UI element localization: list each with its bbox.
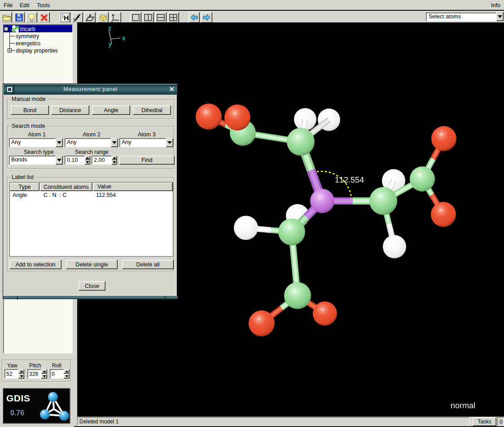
svg-text:x: x: [122, 35, 125, 42]
svg-text:y: y: [109, 40, 112, 48]
svg-text:H: H: [64, 14, 69, 22]
svg-text:1: 1: [62, 14, 64, 17]
svg-text:z: z: [108, 25, 111, 32]
